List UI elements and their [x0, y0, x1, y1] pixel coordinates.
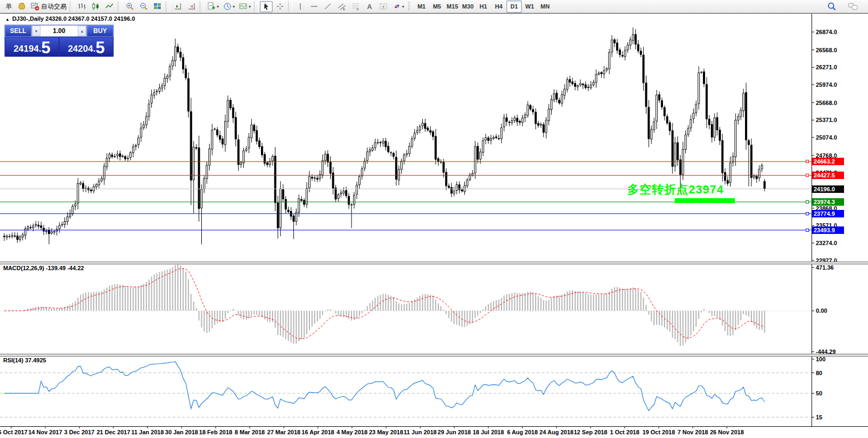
- date-axis-label: 3 Dec 2017: [64, 429, 95, 435]
- buy-button[interactable]: BUY: [87, 25, 113, 37]
- date-axis-label: 4 May 2018: [337, 429, 367, 435]
- horizontal-line-tool[interactable]: [308, 1, 321, 12]
- tile-windows-icon: [153, 2, 162, 11]
- svg-text:T: T: [382, 5, 385, 10]
- dropdown-caret: ▾: [233, 4, 235, 9]
- date-axis-label: 11 Jan 2018: [131, 429, 163, 435]
- date-axis-label: 8 Mar 2018: [235, 429, 265, 435]
- chat-bubbles-icon: [848, 2, 858, 11]
- trendline-tool[interactable]: [322, 1, 334, 12]
- crosshair-icon: [276, 2, 284, 11]
- date-axis-label: 21 Dec 2017: [97, 429, 130, 435]
- rsi-pane-divider[interactable]: [0, 354, 868, 356]
- timeframe-MN[interactable]: MN: [537, 1, 553, 13]
- gold-pouch-icon: [18, 2, 26, 11]
- sell-button[interactable]: SELL: [5, 25, 31, 37]
- zoom-in-icon: [126, 2, 134, 11]
- volume-increase-button[interactable]: ▲: [78, 26, 86, 36]
- tile-windows-button[interactable]: [151, 1, 164, 12]
- price-axis[interactable]: [812, 14, 868, 426]
- macd-pane-divider[interactable]: [0, 262, 868, 264]
- buy-price[interactable]: 24204.5: [60, 37, 113, 56]
- macd-axis-tick: 0.00: [816, 307, 827, 314]
- timeframe-M1[interactable]: M1: [414, 1, 429, 13]
- chart-shift-button[interactable]: [185, 1, 198, 12]
- price-axis-tick: 26568.0: [816, 47, 837, 53]
- macd-axis-tick: 471.36: [816, 264, 834, 271]
- line-chart-button[interactable]: [103, 1, 116, 12]
- volume-input[interactable]: [40, 26, 78, 36]
- svg-text:E: E: [343, 7, 345, 11]
- price-axis-tick: 25074.0: [816, 134, 837, 141]
- templates-button[interactable]: ▾: [238, 1, 252, 12]
- vertical-line-tool[interactable]: [294, 1, 307, 12]
- candlestick-icon: [92, 2, 100, 11]
- dropdown-caret: ▾: [402, 4, 404, 9]
- rsi-axis-tick: 50: [816, 390, 822, 396]
- sell-price[interactable]: 24194.5: [5, 37, 59, 56]
- price-axis-tick: 26874.0: [816, 29, 837, 35]
- text-tool[interactable]: A: [363, 1, 376, 12]
- zoom-out-button[interactable]: [137, 1, 150, 12]
- autotrading-button[interactable]: 自动交易: [29, 1, 68, 12]
- fibonacci-tool[interactable]: F: [349, 1, 362, 12]
- date-axis-label: 29 Jun 2018: [438, 429, 471, 435]
- search-icon: [827, 2, 837, 11]
- date-axis-label: 7 Nov 2018: [677, 429, 708, 435]
- community-chat-button[interactable]: [846, 1, 860, 12]
- current-price-badge: 24196.0: [812, 185, 844, 193]
- timeframe-M30[interactable]: M30: [460, 1, 476, 13]
- hline-handle[interactable]: [806, 229, 809, 232]
- volume-decrease-button[interactable]: ▼: [32, 26, 40, 36]
- channel-tool[interactable]: E: [335, 1, 348, 12]
- horizontal-line-icon: [310, 2, 318, 11]
- hline-price-badge: 23774.9: [812, 210, 844, 217]
- auto-scroll-button[interactable]: [171, 1, 184, 12]
- price-axis-tick: 23274.0: [816, 240, 837, 246]
- mt4-terminal: 单 自动交易: [0, 0, 868, 438]
- timeframe-D1[interactable]: D1: [506, 1, 522, 13]
- line-chart-icon: [105, 2, 114, 11]
- text-label-tool[interactable]: T: [377, 1, 390, 12]
- arrows-tool[interactable]: ▾: [391, 1, 406, 12]
- svg-text:F: F: [357, 8, 359, 11]
- timeframe-H4[interactable]: H4: [491, 1, 506, 13]
- hline-price-badge: 23974.3: [812, 198, 844, 206]
- timeframe-toolbar: M1M5M15M30H1H4D1W1MN: [414, 1, 553, 13]
- hline-handle[interactable]: [806, 160, 809, 163]
- search-button[interactable]: [825, 1, 838, 12]
- candlestick-button[interactable]: [89, 1, 102, 12]
- channel-icon: E: [338, 2, 346, 11]
- new-chart-button[interactable]: ▾: [206, 1, 220, 12]
- cursor-tool-button[interactable]: [260, 1, 273, 12]
- deposit-icon[interactable]: [15, 1, 28, 12]
- date-axis-label: 1 Oct 2018: [610, 429, 639, 435]
- price-axis-tick: 25371.0: [816, 117, 837, 123]
- bar-chart-icon: [78, 2, 86, 11]
- macd-label: MACD(12,26,9) -139.49 -44.22: [3, 265, 84, 271]
- toolbar-right-group: [825, 1, 861, 12]
- collapse-triangle-icon[interactable]: ▲: [5, 17, 10, 22]
- zoom-in-button[interactable]: [124, 1, 136, 12]
- zoom-out-icon: [140, 2, 148, 11]
- hline-handle[interactable]: [806, 174, 809, 177]
- timeframe-M15[interactable]: M15: [445, 1, 460, 13]
- timeframe-H1[interactable]: H1: [476, 1, 491, 13]
- chart-canvas[interactable]: [0, 0, 868, 438]
- rsi-axis-tick: 80: [816, 370, 822, 376]
- hline-handle[interactable]: [806, 212, 809, 215]
- indicators-icon: [239, 2, 248, 11]
- toolbar-grip: [408, 2, 410, 11]
- autotrading-label: 自动交易: [41, 2, 67, 11]
- chart-shift-icon: [187, 2, 196, 11]
- timeframe-W1[interactable]: W1: [522, 1, 537, 13]
- date-axis-label: 6 Aug 2018: [507, 429, 538, 435]
- timeframe-M5[interactable]: M5: [429, 1, 445, 13]
- fibonacci-icon: F: [351, 2, 360, 11]
- bar-chart-button[interactable]: [76, 1, 88, 12]
- periods-button[interactable]: ▾: [222, 1, 236, 12]
- hline-handle[interactable]: [806, 200, 809, 204]
- new-order-button[interactable]: 单: [2, 1, 14, 12]
- crosshair-tool-button[interactable]: [274, 1, 286, 12]
- arrows-icon: [392, 2, 401, 11]
